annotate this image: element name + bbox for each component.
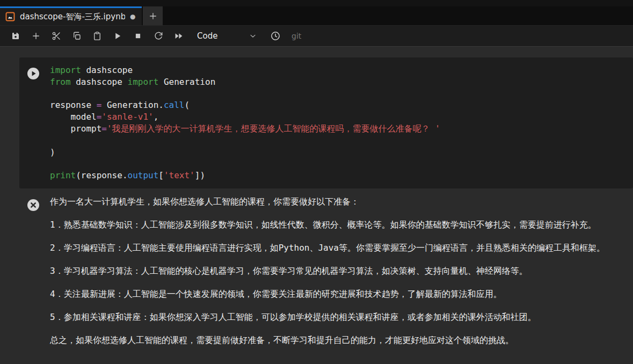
code-line[interactable]: import dashscope (50, 64, 633, 76)
x-circle-icon[interactable] (27, 199, 50, 214)
git-status-label: git (292, 32, 301, 40)
output-prompt-gutter (27, 196, 50, 214)
insert-cell-button[interactable] (26, 28, 46, 44)
plus-icon (31, 31, 41, 41)
cell-type-value: Code (197, 31, 217, 41)
restart-icon (154, 31, 163, 41)
dirty-indicator: ● (130, 13, 135, 20)
save-button[interactable] (5, 28, 26, 44)
code-line[interactable] (50, 135, 633, 147)
output-line: 5．参加相关课程和讲座：如果你想深入学习人工智能，可以参加学校提供的相关课程和讲… (50, 311, 633, 323)
clock-icon (270, 31, 281, 41)
code-line[interactable]: from dashscope import Generation (50, 76, 633, 88)
tab-dashscope-notebook[interactable]: dashscope-智海-三乐.ipynb ● (0, 6, 142, 25)
kernel-history-button[interactable] (270, 31, 281, 41)
paste-icon (92, 31, 102, 41)
output-line: 总之，如果你想选修人工智能的课程，需要提前做好准备，不断学习和提升自己的能力，才… (50, 334, 633, 346)
output-line: 4．关注最新进展：人工智能是一个快速发展的领域，你需要关注最新的研究进展和技术趋… (50, 288, 633, 300)
code-line[interactable]: response = Generation.call( (50, 99, 633, 111)
output-text: 作为一名大一计算机学生，如果你想选修人工智能的课程，你需要做好以下准备：1．熟悉… (50, 196, 633, 358)
cut-icon (52, 31, 61, 41)
tab-bar: dashscope-智海-三乐.ipynb ● (0, 6, 633, 26)
cut-cell-button[interactable] (46, 28, 67, 44)
copy-cell-button[interactable] (67, 28, 87, 44)
save-icon (11, 31, 20, 41)
toolbar-buttons (5, 28, 189, 44)
copy-icon (72, 31, 82, 41)
tab-title: dashscope-智海-三乐.ipynb (20, 12, 125, 22)
run-icon (113, 31, 122, 41)
output-line: 1．熟悉基础数学知识：人工智能涉及到很多数学知识，如线性代数、微积分、概率论等。… (50, 219, 633, 231)
plus-icon (148, 11, 158, 21)
run-cell-button[interactable] (107, 28, 128, 44)
cell-type-dropdown[interactable]: Code (197, 31, 257, 41)
stop-icon (133, 31, 143, 41)
new-tab-button[interactable] (143, 6, 163, 25)
output-line: 3．学习机器学习算法：人工智能的核心是机器学习，你需要学习常见的机器学习算法，如… (50, 265, 633, 277)
output-line: 2．学习编程语言：人工智能主要使用编程语言进行实现，如Python、Java等。… (50, 242, 633, 254)
cell-prompt-gutter (27, 64, 50, 82)
notebook-panel: import dashscopefrom dashscope import Ge… (0, 47, 633, 358)
code-line[interactable]: print(response.output['text']) (50, 170, 633, 181)
chevron-down-icon (249, 32, 257, 40)
play-circle-icon[interactable] (27, 67, 50, 82)
code-editor[interactable]: import dashscopefrom dashscope import Ge… (50, 64, 633, 181)
notebook-icon (5, 12, 15, 21)
output-line: 作为一名大一计算机学生，如果你想选修人工智能的课程，你需要做好以下准备： (50, 196, 633, 208)
window-top-strip (0, 0, 633, 6)
cell-output: 作为一名大一计算机学生，如果你想选修人工智能的课程，你需要做好以下准备：1．熟悉… (19, 196, 633, 358)
notebook-toolbar: Code git (0, 26, 633, 47)
paste-cell-button[interactable] (87, 28, 107, 44)
interrupt-kernel-button[interactable] (128, 28, 148, 44)
code-line[interactable] (50, 158, 633, 170)
code-line[interactable] (50, 88, 633, 100)
code-line[interactable]: prompt='我是刚刚入学的大一计算机学生，想要选修人工智能的课程吗，需要做什… (50, 123, 633, 135)
fast-forward-icon (173, 31, 184, 41)
code-cell[interactable]: import dashscopefrom dashscope import Ge… (19, 57, 633, 188)
run-all-cells-button[interactable] (169, 28, 189, 44)
restart-kernel-button[interactable] (148, 28, 169, 44)
code-line[interactable]: model='sanle-v1', (50, 111, 633, 123)
code-line[interactable]: ) (50, 147, 633, 158)
